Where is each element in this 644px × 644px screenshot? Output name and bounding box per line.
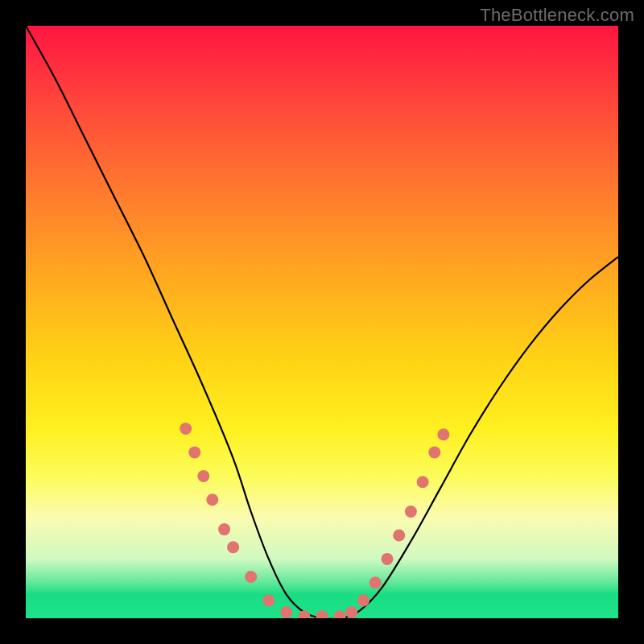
highlight-dots [180,423,449,618]
marker-dot [188,446,200,458]
chart-frame: TheBottleneck.com [0,0,644,644]
marker-dot [218,523,230,535]
marker-dot [206,493,218,506]
marker-dot [197,470,209,482]
marker-dot [405,506,417,518]
marker-dot [334,610,346,618]
marker-dot [369,576,382,588]
marker-dot [417,476,429,488]
marker-dot [298,610,310,618]
marker-dot [428,446,440,458]
marker-dot [437,428,449,440]
marker-dot [357,594,369,606]
marker-dot [227,541,239,553]
marker-dot [393,530,405,542]
marker-dot [316,610,328,618]
bottleneck-curve [26,26,618,618]
marker-dot [245,571,257,583]
marker-dot [180,423,192,435]
marker-dot [262,594,275,606]
marker-dot [280,606,292,618]
bottleneck-curve-svg [26,26,618,618]
marker-dot [345,606,357,618]
watermark-text: TheBottleneck.com [480,5,634,26]
plot-area [26,26,618,618]
marker-dot [382,553,394,565]
